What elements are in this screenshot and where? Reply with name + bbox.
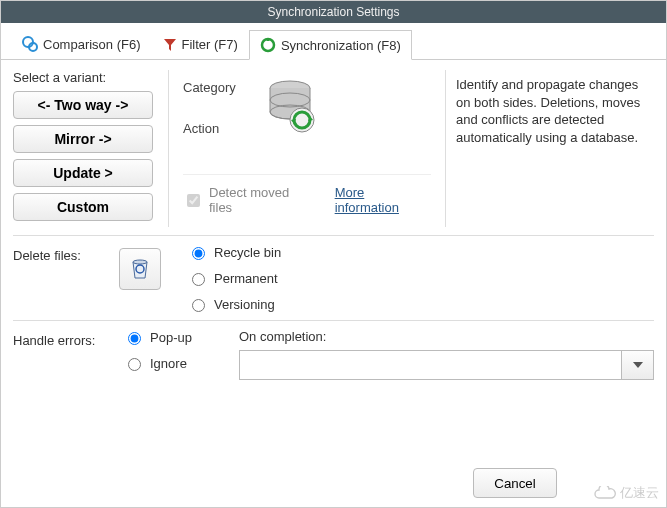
variant-custom-button[interactable]: Custom [13, 193, 153, 221]
delete-permanent-radio[interactable] [192, 273, 205, 286]
errors-ignore-radio[interactable] [128, 358, 141, 371]
delete-recycle-label: Recycle bin [214, 245, 281, 260]
recycle-bin-icon [127, 256, 153, 282]
delete-recycle-option[interactable]: Recycle bin [187, 244, 281, 260]
tab-content: Select a variant: <- Two way -> Mirror -… [1, 60, 666, 390]
delete-versioning-label: Versioning [214, 297, 275, 312]
tab-filter-label: Filter (F7) [182, 37, 238, 52]
tab-bar: Comparison (F6) Filter (F7) Synchronizat… [1, 23, 666, 60]
action-label: Action [183, 121, 236, 136]
watermark-text: 亿速云 [620, 484, 659, 502]
category-label: Category [183, 80, 236, 95]
on-completion-label: On completion: [239, 329, 654, 344]
cancel-button[interactable]: Cancel [473, 468, 557, 498]
delete-versioning-option[interactable]: Versioning [187, 296, 281, 312]
svg-point-7 [133, 260, 147, 264]
svg-point-0 [23, 37, 33, 47]
delete-permanent-label: Permanent [214, 271, 278, 286]
on-completion-value[interactable] [240, 351, 621, 379]
sync-gear-icon [260, 37, 276, 53]
delete-files-label: Delete files: [13, 244, 103, 312]
detect-moved-checkbox [187, 194, 200, 207]
delete-versioning-radio[interactable] [192, 299, 205, 312]
errors-ignore-label: Ignore [150, 356, 187, 371]
gears-icon [22, 36, 38, 52]
tab-comparison-label: Comparison (F6) [43, 37, 141, 52]
funnel-icon [163, 38, 177, 52]
delete-recycle-radio[interactable] [192, 247, 205, 260]
tab-sync-label: Synchronization (F8) [281, 38, 401, 53]
database-sync-icon [260, 76, 324, 140]
chevron-down-icon [633, 362, 643, 368]
tab-synchronization[interactable]: Synchronization (F8) [249, 30, 412, 60]
variant-update-button[interactable]: Update > [13, 159, 153, 187]
variant-two-way-button[interactable]: <- Two way -> [13, 91, 153, 119]
recycle-bin-button[interactable] [119, 248, 161, 290]
more-information-link[interactable]: More information [335, 185, 431, 215]
window-title: Synchronization Settings [1, 1, 666, 23]
detect-moved-label: Detect moved files [209, 185, 315, 215]
errors-popup-radio[interactable] [128, 332, 141, 345]
on-completion-combo[interactable] [239, 350, 654, 380]
tab-filter[interactable]: Filter (F7) [152, 30, 249, 59]
variant-label: Select a variant: [13, 70, 168, 85]
errors-popup-label: Pop-up [150, 330, 192, 345]
cloud-icon [594, 486, 616, 500]
variant-description: Identify and propagate changes on both s… [446, 70, 654, 227]
errors-ignore-option[interactable]: Ignore [123, 355, 209, 371]
handle-errors-label: Handle errors: [13, 329, 103, 380]
tab-comparison[interactable]: Comparison (F6) [11, 29, 152, 59]
watermark: 亿速云 [594, 484, 659, 502]
errors-popup-option[interactable]: Pop-up [123, 329, 209, 345]
variant-mirror-button[interactable]: Mirror -> [13, 125, 153, 153]
delete-permanent-option[interactable]: Permanent [187, 270, 281, 286]
on-completion-dropdown-button[interactable] [621, 351, 653, 379]
